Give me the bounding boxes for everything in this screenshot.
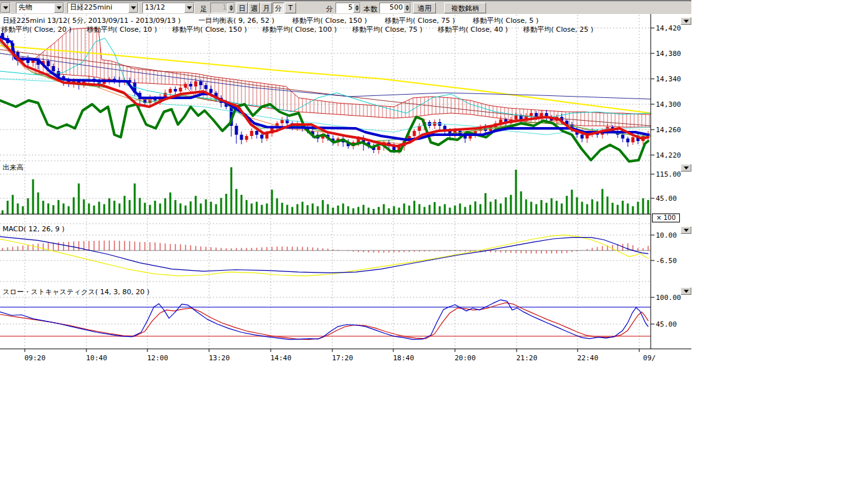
chevron-down-icon[interactable] bbox=[128, 3, 138, 13]
ichimoku-cloud bbox=[35, 28, 651, 127]
chevron-down-icon bbox=[684, 229, 689, 232]
axis-label: 13:20 bbox=[208, 354, 229, 362]
chevron-down-icon bbox=[684, 166, 689, 170]
axis-label: 14:40 bbox=[270, 354, 291, 362]
axis-label: 45.00 bbox=[656, 320, 677, 329]
contract-month-combo[interactable]: 13/12 bbox=[142, 3, 194, 13]
axis-label: -6.50 bbox=[656, 257, 677, 265]
instrument-type-combo[interactable]: 先物 bbox=[16, 3, 64, 13]
axis-label: 20:00 bbox=[454, 354, 475, 362]
axis-label: 14,420 bbox=[656, 24, 681, 32]
stoch-panel-dropdown[interactable] bbox=[681, 287, 691, 295]
axes: 14,42014,38014,34014,30014,26014,220115.… bbox=[0, 14, 691, 362]
bar-count-label: 本数 bbox=[363, 4, 377, 14]
axis-label: 14,300 bbox=[656, 100, 681, 109]
spinner-icon[interactable] bbox=[353, 3, 360, 13]
period-monthly-button[interactable]: 月 bbox=[261, 3, 272, 13]
chevron-down-icon[interactable] bbox=[1, 3, 10, 13]
ma-green-thin bbox=[0, 42, 651, 141]
minutes-spinner[interactable]: 5 bbox=[336, 3, 361, 13]
volume-multiplier-box: × 100 bbox=[652, 214, 680, 222]
spinner-icon[interactable] bbox=[403, 3, 410, 13]
axis-label: 10.00 bbox=[656, 231, 677, 240]
ma-red-thick bbox=[0, 39, 648, 146]
minutes-value: 5 bbox=[336, 3, 353, 13]
axis-label: 14,220 bbox=[656, 151, 681, 159]
bar-count-value: 500 bbox=[380, 3, 403, 13]
grid bbox=[0, 15, 651, 349]
app-window: 先物 日経225mini 13/12 足 1 日 週 月 分 T 分 5 本数 … bbox=[0, 0, 868, 488]
axis-label: 22:40 bbox=[577, 354, 598, 362]
axis-label: 09/ bbox=[643, 354, 656, 362]
bar-count-spinner[interactable]: 500 bbox=[379, 3, 411, 13]
period-minute-button[interactable]: 分 bbox=[273, 3, 284, 13]
axis-label: 14,380 bbox=[656, 50, 681, 58]
ma-dark-red bbox=[0, 50, 651, 126]
axis-label: 17:20 bbox=[332, 354, 353, 362]
axis-label: 115.00 bbox=[656, 170, 681, 179]
chevron-down-icon bbox=[684, 290, 689, 293]
axis-label: 18:40 bbox=[393, 354, 414, 362]
bar-type-label: 足 bbox=[200, 4, 207, 14]
axis-label: 09:20 bbox=[24, 354, 45, 362]
axis-label: 10:40 bbox=[86, 354, 107, 362]
contract-month-value: 13/12 bbox=[143, 3, 184, 13]
mini-combo[interactable] bbox=[1, 3, 11, 13]
period-daily-button[interactable]: 日 bbox=[236, 3, 248, 13]
multi-symbol-button[interactable]: 複数銘柄 bbox=[444, 3, 486, 13]
instrument-type-value: 先物 bbox=[17, 3, 54, 13]
axis-label: 45.00 bbox=[656, 194, 677, 203]
chart-canvas: 14,42014,38014,34014,30014,26014,220115.… bbox=[0, 0, 691, 369]
symbol-value: 日経225mini bbox=[68, 3, 128, 13]
price-panel-dropdown[interactable] bbox=[681, 17, 691, 25]
interval-value: 1 bbox=[211, 3, 227, 13]
chevron-down-icon bbox=[684, 20, 689, 23]
chevron-down-icon[interactable] bbox=[54, 3, 64, 13]
moving-average-lines bbox=[0, 37, 651, 161]
stochastics-plot bbox=[0, 300, 651, 340]
ma-navy bbox=[0, 53, 651, 99]
axis-label: 14,340 bbox=[656, 75, 681, 83]
macd-plot bbox=[0, 235, 651, 276]
symbol-combo[interactable]: 日経225mini bbox=[67, 3, 139, 13]
period-weekly-button[interactable]: 週 bbox=[248, 3, 260, 13]
spinner-icon[interactable] bbox=[227, 3, 234, 13]
axis-label: 21:20 bbox=[516, 354, 537, 362]
toolbar: 先物 日経225mini 13/12 足 1 日 週 月 分 T 分 5 本数 … bbox=[0, 0, 691, 14]
interval-spinner: 1 bbox=[210, 3, 235, 13]
macd-panel-dropdown[interactable] bbox=[681, 226, 691, 234]
volume-panel-dropdown[interactable] bbox=[681, 164, 691, 172]
axis-label: 14,260 bbox=[656, 126, 681, 134]
chevron-down-icon[interactable] bbox=[184, 3, 194, 13]
minutes-label: 分 bbox=[326, 4, 333, 14]
axis-label: 12:00 bbox=[147, 354, 168, 362]
axis-label: 100.00 bbox=[656, 294, 681, 302]
apply-button[interactable]: 適用 bbox=[413, 3, 436, 13]
period-tick-button[interactable]: T bbox=[285, 3, 296, 13]
